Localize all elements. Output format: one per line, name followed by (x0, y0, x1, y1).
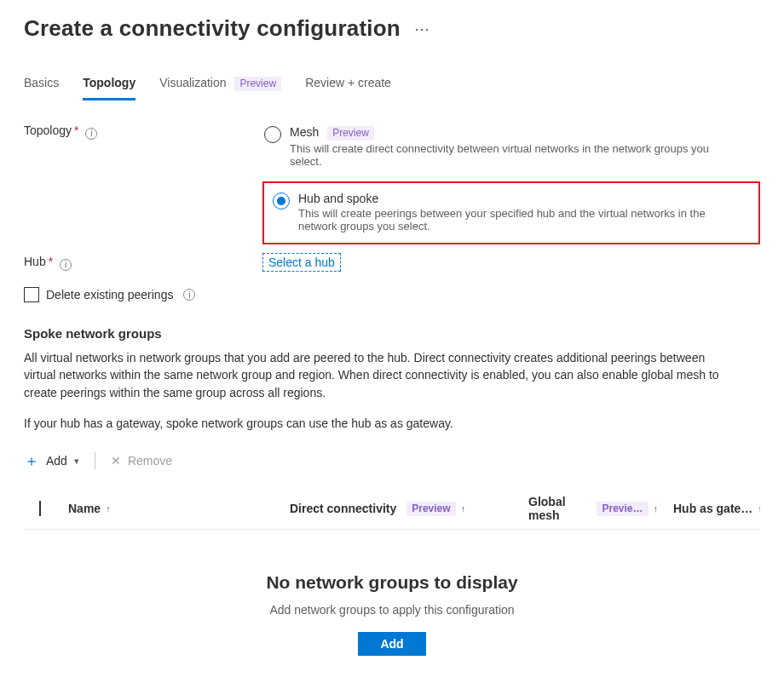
selected-topology-highlight: Hub and spoke This will create peerings … (262, 181, 760, 244)
remove-button: ✕ Remove (111, 454, 172, 468)
network-groups-table: Name ↑ Direct connectivity Preview ↑ Glo… (24, 495, 760, 656)
column-name-label: Name (68, 502, 101, 515)
mesh-title-text: Mesh (290, 125, 319, 139)
column-header-hub-as-gateway[interactable]: Hub as gate… ↑ (673, 502, 760, 515)
column-hg-label: Hub as gate… (673, 502, 752, 515)
radio-mesh-desc: This will create direct connectivity bet… (290, 142, 733, 168)
empty-state-title: No network groups to display (24, 572, 760, 593)
page-title: Create a connectivity configuration (24, 15, 401, 42)
plus-icon: ＋ (24, 451, 39, 471)
tab-strip: Basics Topology Visualization Preview Re… (24, 71, 760, 100)
tab-visualization[interactable]: Visualization Preview (159, 71, 281, 100)
select-hub-link[interactable]: Select a hub (262, 253, 341, 272)
add-button[interactable]: ＋ Add ▾ (24, 451, 79, 471)
empty-state: No network groups to display Add network… (24, 572, 760, 656)
chevron-down-icon: ▾ (74, 456, 79, 467)
empty-state-subtitle: Add network groups to apply this configu… (24, 603, 760, 617)
more-actions-icon[interactable]: ⋯ (414, 20, 431, 38)
remove-button-label: Remove (128, 454, 172, 468)
info-icon[interactable]: i (60, 259, 72, 271)
spoke-section-desc-1: All virtual networks in network groups t… (24, 349, 731, 401)
column-header-direct-connectivity[interactable]: Direct connectivity Preview ↑ (290, 502, 528, 516)
select-all-checkbox[interactable] (39, 501, 41, 516)
delete-peerings-label: Delete existing peerings (46, 288, 173, 301)
empty-add-button[interactable]: Add (358, 632, 425, 656)
spoke-section-title: Spoke network groups (24, 326, 760, 341)
tab-review-create[interactable]: Review + create (305, 71, 391, 100)
table-toolbar: ＋ Add ▾ ✕ Remove (24, 451, 760, 471)
column-dc-label: Direct connectivity (290, 502, 396, 515)
radio-icon (264, 126, 281, 143)
radio-icon (273, 192, 290, 210)
topology-label-text: Topology (24, 123, 72, 137)
radio-option-mesh[interactable]: Mesh Preview This will create direct con… (262, 122, 760, 171)
toolbar-divider (95, 452, 95, 469)
tab-topology[interactable]: Topology (83, 71, 135, 100)
required-indicator: * (74, 123, 78, 137)
radio-mesh-title: Mesh Preview (290, 125, 733, 141)
info-icon[interactable]: i (85, 128, 97, 140)
radio-hubspoke-desc: This will create peerings between your s… (298, 207, 741, 233)
tab-visualization-label: Visualization (159, 76, 226, 89)
info-icon[interactable]: i (183, 289, 195, 301)
tab-basics[interactable]: Basics (24, 71, 59, 100)
preview-badge: Previe… (597, 502, 648, 516)
radio-option-hub-spoke[interactable]: Hub and spoke This will create peerings … (271, 188, 752, 236)
sort-arrow-icon: ↑ (461, 503, 466, 514)
preview-badge: Preview (406, 502, 455, 516)
delete-peerings-checkbox[interactable] (24, 287, 39, 302)
column-header-global-mesh[interactable]: Global mesh Previe… ↑ (528, 495, 673, 522)
hub-field-label: Hub* i (24, 253, 262, 271)
hub-label-text: Hub (24, 255, 46, 268)
add-button-label: Add (46, 454, 67, 468)
spoke-section-desc-2: If your hub has a gateway, spoke network… (24, 415, 731, 432)
table-header-row: Name ↑ Direct connectivity Preview ↑ Glo… (24, 495, 760, 530)
preview-badge: Preview (234, 77, 281, 91)
sort-arrow-icon: ↑ (758, 503, 760, 514)
topology-field-label: Topology* i (24, 122, 262, 140)
preview-badge: Preview (327, 126, 374, 141)
sort-arrow-icon: ↑ (654, 503, 659, 514)
close-icon: ✕ (111, 454, 121, 468)
column-gm-label: Global mesh (528, 495, 586, 522)
radio-hubspoke-title: Hub and spoke (298, 192, 741, 205)
required-indicator: * (49, 255, 53, 268)
column-header-name[interactable]: Name ↑ (68, 502, 290, 515)
sort-arrow-icon: ↑ (106, 503, 111, 514)
